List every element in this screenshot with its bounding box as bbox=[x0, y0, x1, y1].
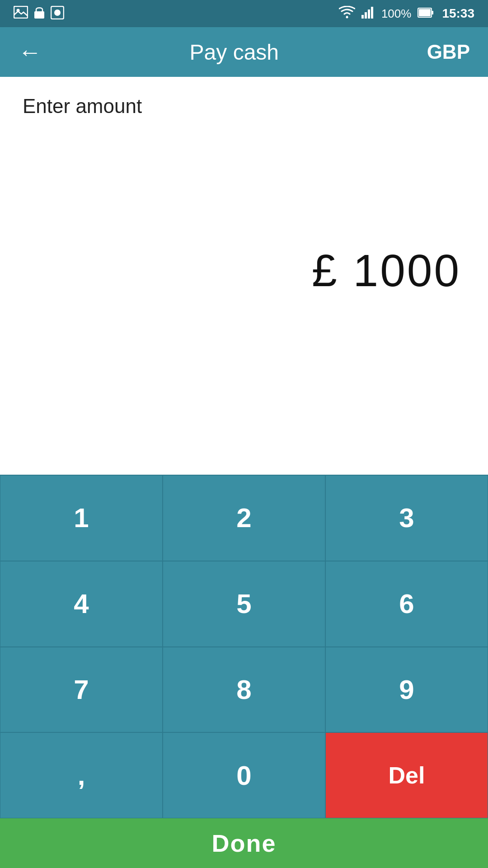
header: ← Pay cash GBP bbox=[0, 27, 488, 77]
svg-rect-0 bbox=[14, 6, 28, 18]
status-time: 15:33 bbox=[442, 6, 474, 21]
svg-point-5 bbox=[346, 16, 348, 18]
status-bar-right-icons: 100% 15:33 bbox=[339, 6, 474, 22]
status-bar-left-icons bbox=[14, 5, 64, 23]
currency-label: GBP bbox=[427, 41, 470, 63]
key-2[interactable]: 2 bbox=[163, 475, 325, 561]
svg-rect-8 bbox=[368, 9, 370, 19]
key-delete[interactable]: Del bbox=[325, 732, 488, 818]
amount-number: 1000 bbox=[353, 245, 461, 296]
page-title: Pay cash bbox=[190, 40, 279, 65]
key-3[interactable]: 3 bbox=[325, 475, 488, 561]
svg-rect-6 bbox=[361, 15, 364, 19]
battery-percentage: 100% bbox=[381, 7, 412, 21]
svg-rect-7 bbox=[365, 12, 367, 19]
enter-amount-label: Enter amount bbox=[23, 95, 465, 118]
lock-icon bbox=[33, 5, 45, 23]
key-6[interactable]: 6 bbox=[325, 561, 488, 647]
key-9[interactable]: 9 bbox=[325, 647, 488, 733]
currency-symbol: £ bbox=[312, 245, 339, 296]
image-icon bbox=[14, 6, 28, 22]
svg-rect-11 bbox=[419, 9, 431, 16]
key-comma[interactable]: , bbox=[0, 732, 163, 818]
content-area: Enter amount £ 1000 bbox=[0, 77, 488, 475]
status-bar: 100% 15:33 bbox=[0, 0, 488, 27]
key-0[interactable]: 0 bbox=[163, 732, 325, 818]
keypad: 1 2 3 4 5 6 7 8 9 , 0 Del bbox=[0, 475, 488, 818]
svg-point-4 bbox=[54, 9, 61, 16]
key-5[interactable]: 5 bbox=[163, 561, 325, 647]
svg-rect-2 bbox=[34, 11, 44, 19]
key-1[interactable]: 1 bbox=[0, 475, 163, 561]
key-8[interactable]: 8 bbox=[163, 647, 325, 733]
wifi-icon bbox=[339, 6, 355, 22]
svg-rect-9 bbox=[371, 7, 373, 19]
amount-display: £ 1000 bbox=[312, 245, 461, 297]
back-button[interactable]: ← bbox=[18, 38, 42, 66]
svg-rect-12 bbox=[432, 11, 433, 14]
signal-icon bbox=[361, 6, 375, 22]
done-button[interactable]: Done bbox=[0, 818, 488, 868]
key-4[interactable]: 4 bbox=[0, 561, 163, 647]
screen-record-icon bbox=[51, 6, 64, 21]
battery-icon bbox=[418, 6, 434, 21]
key-7[interactable]: 7 bbox=[0, 647, 163, 733]
